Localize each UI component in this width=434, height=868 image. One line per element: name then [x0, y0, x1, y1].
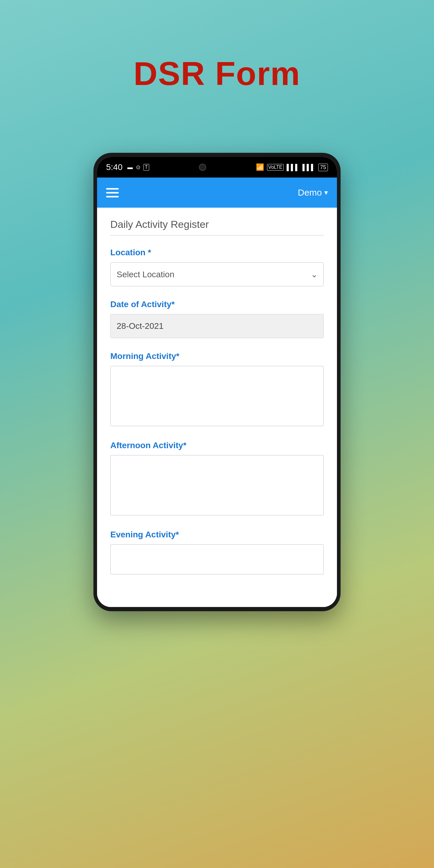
status-bar-right: 📶 VoLTE ▌▌▌ ▌▌▌ 75: [256, 163, 328, 171]
status-bar-left: 5:40 ▬ ⊙ T: [106, 162, 149, 172]
status-icons-left: ▬ ⊙ T: [127, 164, 150, 170]
location-field-group: Location * Select Location Location 1 Lo…: [110, 248, 324, 286]
section-divider: [110, 235, 324, 236]
page-title: DSR Form: [133, 54, 301, 93]
wifi-icon: 📶: [256, 163, 264, 171]
morning-activity-field-group: Morning Activity*: [110, 351, 324, 427]
app-bar: Demo ▾: [97, 178, 337, 208]
user-menu-button[interactable]: Demo ▾: [298, 187, 328, 198]
battery-indicator: 75: [318, 164, 328, 171]
location-select[interactable]: Select Location Location 1 Location 2 Lo…: [110, 262, 324, 286]
form-content: Daily Activity Register Location * Selec…: [97, 208, 337, 607]
evening-activity-textarea[interactable]: [110, 544, 324, 575]
form-section-title: Daily Activity Register: [110, 218, 324, 230]
tata-sky-icon: T: [144, 164, 150, 170]
camera-dot: [199, 164, 206, 171]
afternoon-activity-field-group: Afternoon Activity*: [110, 441, 324, 517]
morning-activity-textarea[interactable]: [110, 366, 324, 426]
compass-icon: ⊙: [136, 164, 141, 170]
evening-activity-label: Evening Activity*: [110, 530, 324, 539]
hamburger-line-1: [106, 188, 119, 190]
date-field-group: Date of Activity*: [110, 300, 324, 338]
hamburger-line-2: [106, 192, 119, 193]
camera-notch: [199, 164, 206, 171]
afternoon-activity-label: Afternoon Activity*: [110, 441, 324, 450]
signal-bars-2: ▌▌▌: [302, 164, 315, 171]
pill-icon: ▬: [127, 164, 133, 170]
evening-activity-field-group: Evening Activity*: [110, 530, 324, 576]
battery-level: 75: [320, 164, 326, 170]
volte-icon: VoLTE: [267, 164, 284, 170]
status-time: 5:40: [106, 162, 123, 172]
hamburger-line-3: [106, 196, 119, 197]
afternoon-activity-textarea[interactable]: [110, 455, 324, 516]
hamburger-menu-button[interactable]: [106, 188, 119, 197]
signal-bars-1: ▌▌▌: [287, 164, 300, 171]
user-name-label: Demo: [298, 187, 322, 198]
phone-screen: 5:40 ▬ ⊙ T 📶 VoLTE ▌▌▌ ▌▌▌ 75: [97, 157, 337, 607]
location-select-wrapper: Select Location Location 1 Location 2 Lo…: [110, 262, 324, 286]
location-label: Location *: [110, 248, 324, 257]
morning-activity-label: Morning Activity*: [110, 351, 324, 361]
status-bar: 5:40 ▬ ⊙ T 📶 VoLTE ▌▌▌ ▌▌▌ 75: [97, 157, 337, 178]
phone-mockup: 5:40 ▬ ⊙ T 📶 VoLTE ▌▌▌ ▌▌▌ 75: [93, 153, 341, 611]
date-label: Date of Activity*: [110, 300, 324, 309]
date-input[interactable]: [110, 314, 324, 338]
chevron-down-icon: ▾: [324, 188, 328, 197]
